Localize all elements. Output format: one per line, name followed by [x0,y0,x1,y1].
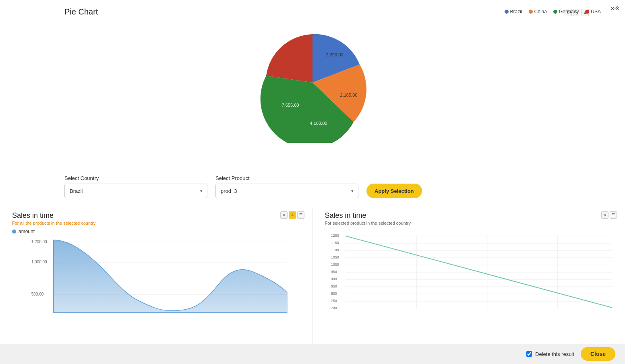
label-brazil: 2,290.00 [326,52,344,57]
legend-dot-usa [585,10,589,14]
svg-text:750: 750 [331,299,337,303]
right-line-path [345,236,612,308]
legend-usa: USA [585,9,601,14]
pie-legend: Brazil China Germany USA [505,9,601,14]
right-chart-title: Sales in time [325,211,617,220]
pie-usa [266,34,312,83]
legend-label-china: China [534,9,547,14]
label-usa: 7,655.00 [282,103,299,108]
svg-text:500.00: 500.00 [31,292,44,296]
left-chart-icon-menu[interactable]: ☰ [297,211,304,219]
svg-text:1,200.00: 1,200.00 [31,240,47,244]
left-chart-panel: ✕ ⚠ ☰ Sales in time For all the products… [0,207,312,344]
product-select-wrapper: prod_1 prod_2 prod_3 prod_4 ▾ [215,184,358,198]
right-chart-svg: 1200 1150 1100 1050 1000 950 900 850 800… [325,229,617,313]
left-chart-legend-dot [12,230,16,234]
left-chart-subtitle: For all the products in the selected cou… [12,221,304,225]
selection-section: Select Country Brazil China Germany USA … [0,171,625,202]
delete-label: Delete this result [535,351,574,357]
delete-checkbox[interactable] [526,351,532,357]
svg-text:1050: 1050 [331,255,339,259]
legend-label-germany: Germany [559,9,579,14]
left-area-path [54,240,287,312]
pie-section: Pie Chart □ ✕ ☰ Brazil China Germany USA [0,0,625,169]
close-button[interactable]: Close [581,347,615,361]
left-chart-title: Sales in time [12,211,304,220]
country-select-group: Select Country Brazil China Germany USA … [64,175,207,198]
pie-chart: 2,290.00 2,165.00 4,160.00 7,655.00 [252,22,373,159]
country-select[interactable]: Brazil China Germany USA [64,184,207,198]
legend-dot-china [529,10,533,14]
country-select-wrapper: Brazil China Germany USA ▾ [64,184,207,198]
svg-text:1150: 1150 [331,241,339,245]
svg-text:1100: 1100 [331,248,339,252]
product-select[interactable]: prod_1 prod_2 prod_3 prod_4 [215,184,358,198]
svg-text:1200: 1200 [331,234,339,238]
svg-text:800: 800 [331,292,337,296]
apply-selection-button[interactable]: Apply Selection [366,184,422,198]
svg-text:850: 850 [331,284,337,288]
page-title: Pie Chart [64,7,98,17]
right-chart-icon-menu[interactable]: ☰ [610,211,617,219]
left-chart-icon-warn[interactable]: ⚠ [289,211,296,219]
right-chart-icon-close[interactable]: ✕ [601,211,608,219]
right-chart-subtitle: For selected product in the selected cou… [325,221,617,225]
legend-dot-brazil [505,10,509,14]
country-label: Select Country [64,175,207,181]
product-label: Select Product [215,175,358,181]
svg-text:1000: 1000 [331,263,339,267]
product-select-group: Select Product prod_1 prod_2 prod_3 prod… [215,175,358,198]
legend-brazil: Brazil [505,9,522,14]
left-chart-legend: amount [12,229,304,234]
svg-text:900: 900 [331,277,337,281]
legend-germany: Germany [553,9,579,14]
charts-section: ✕ ⚠ ☰ Sales in time For all the products… [0,207,625,344]
svg-text:950: 950 [331,270,337,274]
svg-text:1,000.00: 1,000.00 [31,260,47,264]
left-chart-svg: 1,200.00 1,000.00 500.00 [12,236,304,314]
right-chart-panel: ✕ ☰ Sales in time For selected product i… [312,207,625,344]
pie-svg: 2,290.00 2,165.00 4,160.00 7,655.00 [252,22,373,143]
legend-dot-germany [553,10,557,14]
delete-checkbox-area: Delete this result [526,351,574,357]
right-chart-icons: ✕ ☰ [601,211,617,219]
bottom-bar: Delete this result Close [0,344,625,364]
label-germany: 4,160.00 [310,121,327,126]
legend-china: China [529,9,547,14]
legend-label-usa: USA [591,9,601,14]
left-chart-icons: ✕ ⚠ ☰ [280,211,304,219]
label-china: 2,165.00 [340,93,358,97]
left-chart-legend-label: amount [19,229,35,234]
left-chart-icon-close[interactable]: ✕ [280,211,288,219]
legend-label-brazil: Brazil [510,9,522,14]
svg-text:700: 700 [331,306,337,310]
